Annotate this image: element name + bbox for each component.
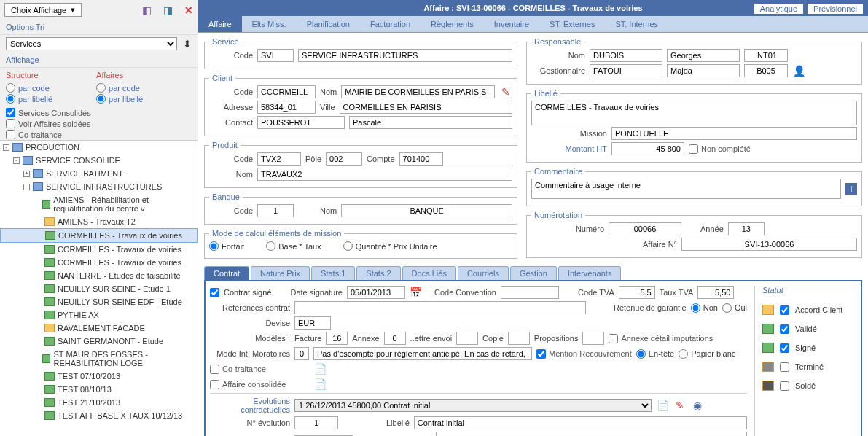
mission-input[interactable] [611,127,857,140]
services-consolides-check[interactable]: Services Consolidés [0,107,198,118]
view-evo-icon[interactable]: ◉ [691,399,704,412]
pole-input[interactable] [326,152,362,166]
produit-code-input[interactable] [257,152,301,166]
filter-icon-2[interactable]: ◨ [163,4,173,16]
tab-stats[interactable]: Stats.1 [311,266,355,280]
display-choice-button[interactable]: Choix Affichage▾ [4,3,82,17]
tree-node[interactable]: TEST 21/10/2013 [0,396,198,409]
client-ville-input[interactable] [340,101,512,114]
tab-docslis[interactable]: Docs Liés [402,266,456,280]
termine-check[interactable] [780,362,789,372]
taux-tva-input[interactable] [697,286,734,299]
expand-icon[interactable]: - [13,157,20,164]
menu-planification[interactable]: Planification [297,16,360,32]
tree-node[interactable]: RAVALEMENT FACADE [0,322,198,335]
solde-check[interactable] [780,381,789,391]
tab-natureprix[interactable]: Nature Prix [251,266,310,280]
tree-node[interactable]: AMIENS - Réhabilitation et requalificati… [0,193,198,215]
edit-evo-icon[interactable]: ✎ [673,399,687,412]
tree-node[interactable]: TEST 07/10/2013 [0,370,198,383]
contact-icon[interactable]: 👤 [792,64,805,77]
affaire-consolidee-check[interactable]: Affaire consolidée [210,380,286,389]
client-code-input[interactable] [257,85,316,98]
n-evo-input[interactable] [294,416,338,429]
banque-code-input[interactable] [257,204,294,217]
tab-stats[interactable]: Stats.2 [356,266,400,280]
commentaire-textarea[interactable]: Commentaire à usage interne [531,179,841,199]
commentaires-evo[interactable] [436,432,747,436]
services-select[interactable]: Services [6,37,177,50]
annee-input[interactable] [728,222,765,235]
menu-affaire[interactable]: Affaire [198,16,242,32]
add-evo-icon[interactable]: 📄 [656,399,669,412]
affaires-par-code[interactable]: par code [96,82,143,93]
client-adresse-input[interactable] [257,101,316,114]
doc-icon-2[interactable]: 📄 [313,378,327,391]
tree-node[interactable]: +SERVICE BATIMENT [0,167,198,180]
filter-icon-1[interactable]: ◧ [142,4,152,16]
menu-facturation[interactable]: Facturation [360,16,421,32]
gest-prenom-input[interactable] [667,64,740,77]
code-conv-input[interactable] [501,286,559,299]
mode-base-taux[interactable]: Base * Taux [266,241,321,252]
menu-rglements[interactable]: Règlements [421,16,484,32]
libelle-evo-input[interactable] [414,416,747,429]
tree-node[interactable]: TEST 08/10/13 [0,383,198,396]
resp-nom-input[interactable] [590,49,662,62]
tree-node[interactable]: NEUILLY SUR SEINE EDF - Etude [0,295,198,308]
calendar-icon[interactable]: 📅 [410,286,423,299]
resp-prenom-input[interactable] [667,49,740,62]
tree-node[interactable]: CORMEILLES - Travaux de voiries [0,228,198,243]
tree-icon[interactable]: ⬍ [183,38,192,50]
non-complete-check[interactable]: Non complété [689,144,751,154]
gest-nom-input[interactable] [590,64,662,77]
tab-courriels[interactable]: Courriels [458,266,509,280]
tree-node[interactable]: PYTHIE AX [0,308,198,322]
expand-icon[interactable]: - [23,184,30,190]
close-icon[interactable]: ✕ [184,4,193,16]
structure-par-libelle[interactable]: par libellé [6,93,52,104]
gest-code-input[interactable] [744,64,788,77]
numero-input[interactable] [609,222,681,235]
ettre-envoi-input[interactable] [456,332,478,345]
menu-inventaire[interactable]: Inventaire [484,16,539,32]
mode-int-input[interactable] [294,347,309,360]
doc-icon-1[interactable]: 📄 [314,362,327,375]
expand-icon[interactable]: - [3,144,9,151]
menu-eltsmiss[interactable]: Elts Miss. [242,16,297,32]
tab-contrat[interactable]: Contrat [204,266,249,280]
co-traitance-check2[interactable]: Co-traitance [210,365,266,374]
evolutions-select[interactable]: 1 26/12/2013 45800,00 Contrat initial [294,399,652,412]
tree-node[interactable]: CORMEILLES - Travaux de voiries [0,256,198,269]
info-icon[interactable]: i [845,183,857,195]
voir-affaires-soldees-check[interactable]: Voir Affaires soldées [0,118,198,129]
co-traitance-check[interactable]: Co-traitance [0,129,198,140]
mode-forfait[interactable]: Forfait [209,241,244,252]
facture-input[interactable] [326,332,348,345]
affaires-par-libelle[interactable]: par libellé [96,93,143,104]
date-signature-input[interactable] [347,286,405,299]
libelle-textarea[interactable]: CORMEILLES - Travaux de voiries [531,101,857,125]
ref-contrat-input[interactable] [294,301,586,314]
tree-node[interactable]: NEUILLY SUR SEINE - Etude 1 [0,282,198,295]
tree-node[interactable]: ST MAUR DES FOSSES - REHABILITATION LOGE [0,348,198,370]
annexe-detail-check[interactable]: Annexe détail imputations [609,334,713,343]
analytique-button[interactable]: Analytique [754,3,804,15]
contact-nom-input[interactable] [257,116,345,129]
tree-node[interactable]: SAINT GERMANONT - Etude [0,335,198,348]
service-name-input[interactable] [298,49,512,62]
tree-node[interactable]: -SERVICE INFRASTRUCTURES [0,180,198,193]
expand-icon[interactable]: + [23,171,30,177]
service-code-input[interactable] [257,49,294,62]
propositions-input[interactable] [582,332,604,345]
retenue-oui[interactable]: Oui [722,303,747,314]
produit-nom-input[interactable] [257,168,512,181]
devise-input[interactable] [294,316,331,330]
previsionnel-button[interactable]: Prévisionnel [807,3,864,15]
tree-node[interactable]: AMIENS - Travaux T2 [0,215,198,228]
affaire-no-input[interactable] [681,238,857,251]
client-nom-input[interactable] [341,85,495,98]
papier-blanc-radio[interactable]: Papier blanc [679,349,735,359]
code-tva-input[interactable] [619,286,655,299]
menu-stinternes[interactable]: ST. Internes [605,16,668,32]
